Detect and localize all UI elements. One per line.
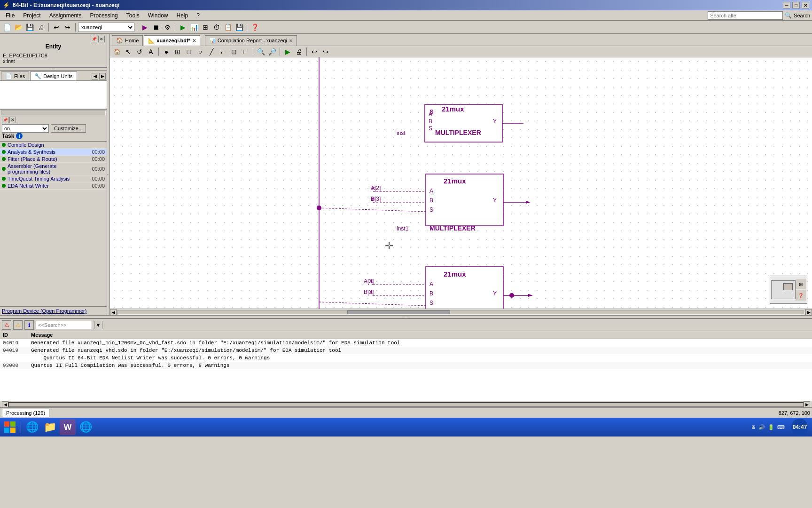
menu-tools[interactable]: Tools xyxy=(123,11,143,20)
sch-bus[interactable]: ⊞ xyxy=(172,47,183,57)
sch-line[interactable]: ╱ xyxy=(206,47,217,57)
close-button[interactable]: ✕ xyxy=(802,2,809,8)
tab-report[interactable]: 📊 Compilation Report - xuanzeqi ✕ xyxy=(205,35,297,46)
project-dropdown[interactable]: xuanzeqi xyxy=(78,23,134,32)
tab-nav-prev[interactable]: ◀ xyxy=(92,73,98,79)
entity-close-button[interactable]: ✕ xyxy=(98,36,105,42)
task-row-fitter[interactable]: Fitter (Place & Route) 00:00 xyxy=(0,156,107,163)
message-search-input[interactable] xyxy=(36,321,92,329)
tab-design-units[interactable]: 🔧 Design Units xyxy=(30,71,77,80)
msg-error-btn[interactable]: ⚠ xyxy=(2,320,11,330)
task-row-eda[interactable]: EDA Netlist Writer 00:00 xyxy=(0,183,107,190)
sch-print[interactable]: 🖨 xyxy=(294,47,304,57)
msg-scroll-right[interactable]: ▶ xyxy=(804,401,810,408)
tb-compile[interactable]: ▶ xyxy=(140,22,150,32)
tb-save[interactable]: 💾 xyxy=(24,22,35,32)
task-name-analysis[interactable]: Analysis & Synthesis xyxy=(8,149,86,155)
status-tab-processing[interactable]: Processing (126) xyxy=(2,409,49,417)
maximize-button[interactable]: □ xyxy=(792,2,800,8)
menu-assignments[interactable]: Assignments xyxy=(46,11,86,20)
sch-rect[interactable]: □ xyxy=(184,47,194,57)
h-scroll-left[interactable]: ◀ xyxy=(110,309,117,316)
canvas-h-scrollbar[interactable]: ◀ ▶ xyxy=(110,309,812,315)
tb-program[interactable]: 💾 xyxy=(234,22,244,32)
left-scroll-thumb[interactable] xyxy=(1,111,106,115)
menu-file[interactable]: File xyxy=(2,11,18,20)
tb-eda[interactable]: 📋 xyxy=(223,22,233,32)
tab-schematic[interactable]: 📐 xuanzeqi.bdf* ✕ xyxy=(144,35,200,46)
menu-question[interactable]: ? xyxy=(193,11,203,20)
taskbar-start[interactable] xyxy=(2,419,18,435)
info-icon[interactable]: i xyxy=(16,133,23,139)
tb-settings[interactable]: ⚙ xyxy=(162,22,172,32)
tab-files[interactable]: 📄 Files xyxy=(1,71,29,80)
task-name-fitter[interactable]: Fitter (Place & Route) xyxy=(8,156,86,162)
sch-redo[interactable]: ↪ xyxy=(320,47,331,57)
sch-part[interactable]: ⊡ xyxy=(229,47,239,57)
tb-redo[interactable]: ↪ xyxy=(62,22,73,32)
tab-nav-next[interactable]: ▶ xyxy=(99,73,106,79)
task-row-analysis[interactable]: Analysis & Synthesis 00:00 xyxy=(0,149,107,156)
sch-ellipse[interactable]: ○ xyxy=(195,47,205,57)
sch-text[interactable]: A xyxy=(146,47,156,57)
sch-wire[interactable]: ⌐ xyxy=(218,47,228,57)
task-name-compile[interactable]: Compile Design xyxy=(8,142,86,148)
program-device-link[interactable]: Program Device (Open Programmer) xyxy=(0,306,107,315)
tb-new[interactable]: 📄 xyxy=(2,22,12,32)
sch-nav-home[interactable]: 🏠 xyxy=(112,47,122,57)
schematic-canvas[interactable]: S inst MULTIPLEXER 21mux A B S Y 21mux xyxy=(110,57,812,309)
tb-run[interactable]: ▶ xyxy=(178,22,188,32)
task-minimize[interactable]: 📌 xyxy=(2,117,8,123)
minimap-btn-2[interactable]: ❓ xyxy=(796,290,806,301)
taskbar-ie[interactable]: 🌐 xyxy=(24,419,40,435)
msg-scroll-track[interactable] xyxy=(8,402,804,407)
tab-home[interactable]: 🏠 Home xyxy=(112,35,143,46)
msg-warning-btn[interactable]: ⚠ xyxy=(13,320,23,330)
entity-pin-button[interactable]: 📌 xyxy=(91,36,97,42)
search-expand-button[interactable]: ▼ xyxy=(94,321,102,329)
tb-print[interactable]: 🖨 xyxy=(36,22,46,32)
sch-run-sim[interactable]: ▶ xyxy=(282,47,293,57)
search-input[interactable] xyxy=(708,11,783,20)
tab-schematic-close[interactable]: ✕ xyxy=(192,38,196,43)
message-content[interactable]: 04019 Generated file xuanzeqi_min_1200mv… xyxy=(0,339,812,401)
task-row-assembler[interactable]: Assembler (Generate programming files) 0… xyxy=(0,163,107,175)
customize-button[interactable]: Customize... xyxy=(51,124,86,133)
tb-undo[interactable]: ↩ xyxy=(51,22,62,32)
task-name-timing[interactable]: TimeQuest Timing Analysis xyxy=(8,176,86,182)
minimap-btn-1[interactable]: ⊞ xyxy=(796,279,806,289)
taskbar-explorer[interactable]: 📁 xyxy=(42,419,58,435)
task-row-timing[interactable]: TimeQuest Timing Analysis 00:00 xyxy=(0,175,107,183)
taskbar-wps[interactable]: W xyxy=(60,419,76,435)
task-name-eda[interactable]: EDA Netlist Writer xyxy=(8,183,86,189)
msg-scroll-left[interactable]: ◀ xyxy=(2,401,8,408)
h-scroll-track[interactable] xyxy=(117,310,804,315)
taskbar-browser[interactable]: 🌐 xyxy=(78,419,94,435)
sch-zoom-in[interactable]: 🔍 xyxy=(256,47,266,57)
sch-pin[interactable]: ⊢ xyxy=(240,47,250,57)
message-h-scrollbar[interactable]: ◀ ▶ xyxy=(0,401,812,407)
task-row-compile[interactable]: Compile Design xyxy=(0,142,107,149)
task-filter-dropdown[interactable]: on xyxy=(2,124,49,133)
tb-fit[interactable]: ⊞ xyxy=(200,22,211,32)
sch-node[interactable]: ● xyxy=(161,47,172,57)
tb-stop[interactable]: ⏹ xyxy=(151,22,161,32)
sch-select[interactable]: ↖ xyxy=(123,47,133,57)
menu-window[interactable]: Window xyxy=(144,11,172,20)
tb-analyse[interactable]: 📊 xyxy=(189,22,199,32)
tab-report-close[interactable]: ✕ xyxy=(289,38,293,43)
minimap[interactable]: ⊞ ❓ xyxy=(770,276,807,304)
h-scroll-thumb[interactable] xyxy=(347,310,450,314)
sch-zoom-out[interactable]: 🔎 xyxy=(267,47,277,57)
tb-timing[interactable]: ⏱ xyxy=(211,22,222,32)
sch-rotate[interactable]: ↺ xyxy=(134,47,145,57)
msg-info-btn[interactable]: ℹ xyxy=(24,320,34,330)
left-panel-scrollbar[interactable] xyxy=(0,109,107,116)
sch-undo[interactable]: ↩ xyxy=(309,47,320,57)
menu-processing[interactable]: Processing xyxy=(86,11,121,20)
task-close[interactable]: ✕ xyxy=(9,117,16,123)
h-scroll-right[interactable]: ▶ xyxy=(805,309,812,316)
tb-help[interactable]: ❓ xyxy=(250,22,260,32)
menu-project[interactable]: Project xyxy=(19,11,44,20)
task-name-assembler[interactable]: Assembler (Generate programming files) xyxy=(8,163,86,175)
